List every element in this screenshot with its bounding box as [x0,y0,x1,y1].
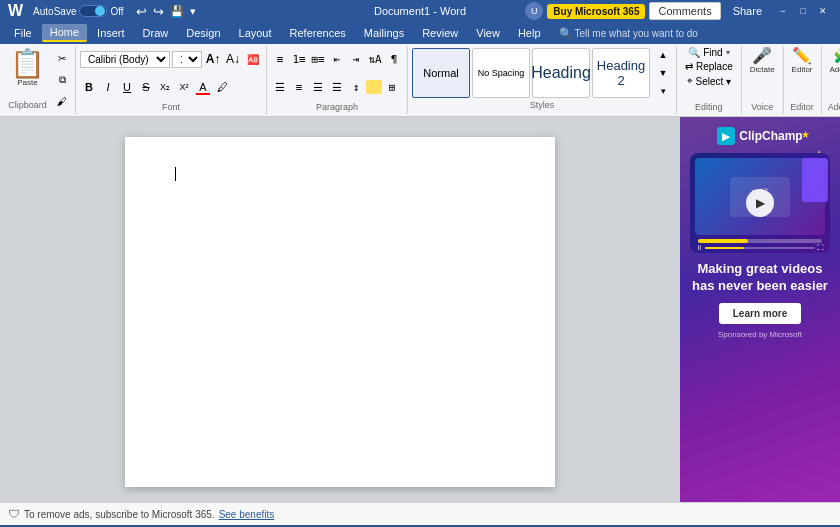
menu-file[interactable]: File [6,25,40,41]
addins-button[interactable]: 🧩 Add-ins [826,46,840,76]
ad-brand: ClipChamp [739,129,802,143]
ad-headline: Making great videos has never been easie… [688,261,832,295]
sponsored-label: Sponsored by Microsoft [718,330,802,339]
justify-button[interactable]: ☰ [328,79,346,95]
menu-review[interactable]: Review [414,25,466,41]
editor-section: ✏️ Editor Editor [784,46,822,114]
shading-button[interactable] [366,80,382,94]
dictate-button[interactable]: 🎤 Dictate [746,46,779,76]
editor-label: Editor [792,65,813,74]
line-spacing-button[interactable]: ↕ [347,79,365,95]
user-avatar[interactable]: U [525,2,543,20]
paragraph-section: ≡ 1≡ ⊞≡ ⇤ ⇥ ⇅A ¶ ☰ ≡ ☰ ☰ ↕ ⊞ Paragraph [267,46,408,114]
editing-label: Editing [695,100,723,114]
editor-button[interactable]: ✏️ Editor [788,46,817,76]
close-button[interactable]: ✕ [814,3,832,19]
window-controls: − □ ✕ [774,3,832,19]
learn-more-button[interactable]: Learn more [719,303,801,324]
filename: Document1 - Word [374,5,466,17]
undo-icon[interactable]: ↩ [136,4,147,19]
increase-indent-button[interactable]: ⇥ [347,51,365,67]
menu-view[interactable]: View [468,25,508,41]
multilevel-button[interactable]: ⊞≡ [309,51,327,67]
autosave-knob [95,6,105,16]
voice-label: Voice [751,100,773,114]
editing-section: 🔍 Find ▾ ⇄ Replace ⌖ Select ▾ Editing [677,46,742,114]
font-size-select[interactable]: 11 [172,51,202,68]
styles-expand[interactable]: ▾ [654,83,672,99]
bullets-button[interactable]: ≡ [271,51,289,67]
text-color-button[interactable]: A [194,79,212,95]
para-row-2: ☰ ≡ ☰ ☰ ↕ ⊞ [271,74,401,100]
menu-bar: File Home Insert Draw Design Layout Refe… [0,22,840,44]
search-placeholder[interactable]: Tell me what you want to do [575,28,698,39]
replace-button[interactable]: ⇄ Replace [681,60,737,73]
subscript-button[interactable]: X₂ [156,79,174,95]
style-heading2-button[interactable]: Heading 2 [592,48,650,98]
minimize-button[interactable]: − [774,3,792,19]
style-heading2-label: Heading 2 [595,58,647,88]
comments-label: Comments [658,5,711,17]
see-benefits-link[interactable]: See benefits [219,509,275,520]
borders-button[interactable]: ⊞ [383,79,401,95]
menu-layout[interactable]: Layout [231,25,280,41]
paragraph-label: Paragraph [316,100,358,114]
styles-up-arrow[interactable]: ▲ [654,47,672,63]
menu-references[interactable]: References [282,25,354,41]
share-button[interactable]: Share [725,3,770,19]
menu-mailings[interactable]: Mailings [356,25,412,41]
redo-icon[interactable]: ↪ [153,4,164,19]
copy-button[interactable]: ⧉ [53,72,71,88]
style-heading1-button[interactable]: Heading [532,48,590,98]
strikethrough-button[interactable]: S [137,79,155,95]
font-name-select[interactable]: Calibri (Body) [80,51,170,68]
align-left-button[interactable]: ☰ [271,79,289,95]
style-normal-button[interactable]: Normal [412,48,470,98]
addins-label: Add-ins [830,65,840,74]
font-label: Font [162,100,180,114]
buy-microsoft365-button[interactable]: Buy Microsoft 365 [547,4,645,19]
underline-button[interactable]: U [118,79,136,95]
menu-insert[interactable]: Insert [89,25,133,41]
select-button[interactable]: ⌖ Select ▾ [683,74,736,88]
show-marks-button[interactable]: ¶ [385,51,403,67]
document-page[interactable] [125,137,555,487]
autosave-area: AutoSave Off [33,5,124,17]
font-row-1: Calibri (Body) 11 A↑ A↓ 🆎 [80,46,262,72]
paste-icon: 📋 [10,50,45,78]
restore-button[interactable]: □ [794,3,812,19]
decrease-font-button[interactable]: A↓ [224,51,242,67]
customize-icon[interactable]: ▾ [190,5,196,18]
autosave-toggle[interactable] [79,5,107,17]
menu-home[interactable]: Home [42,24,87,42]
sort-button[interactable]: ⇅A [366,51,384,67]
menu-design[interactable]: Design [178,25,228,41]
styles-down-arrow[interactable]: ▼ [654,65,672,81]
menu-help[interactable]: Help [510,25,549,41]
document-area[interactable] [0,117,680,502]
format-painter-button[interactable]: 🖌 [53,93,71,109]
cut-button[interactable]: ✂ [53,51,71,67]
clear-format-button[interactable]: 🆎 [244,51,262,67]
shield-icon: 🛡 [8,507,20,521]
comments-button[interactable]: Comments [649,2,720,20]
decrease-indent-button[interactable]: ⇤ [328,51,346,67]
editor-section-label: Editor [790,100,814,114]
save-icon[interactable]: 💾 [170,5,184,18]
styles-label: Styles [530,98,555,112]
italic-button[interactable]: I [99,79,117,95]
play-button[interactable]: ▶ [746,189,774,217]
star-icon-2: ★ [801,129,810,140]
highlight-button[interactable]: 🖊 [213,79,231,95]
ad-video-thumbnail: 🎬 ▶ ⏸ ⛶ [690,153,830,253]
paste-button[interactable]: 📋 Paste [4,48,51,89]
increase-font-button[interactable]: A↑ [204,51,222,67]
style-no-spacing-button[interactable]: No Spacing [472,48,530,98]
align-center-button[interactable]: ≡ [290,79,308,95]
numbering-button[interactable]: 1≡ [290,51,308,67]
bold-button[interactable]: B [80,79,98,95]
superscript-button[interactable]: X² [175,79,193,95]
menu-draw[interactable]: Draw [135,25,177,41]
find-button[interactable]: 🔍 Find ▾ [684,46,733,59]
align-right-button[interactable]: ☰ [309,79,327,95]
